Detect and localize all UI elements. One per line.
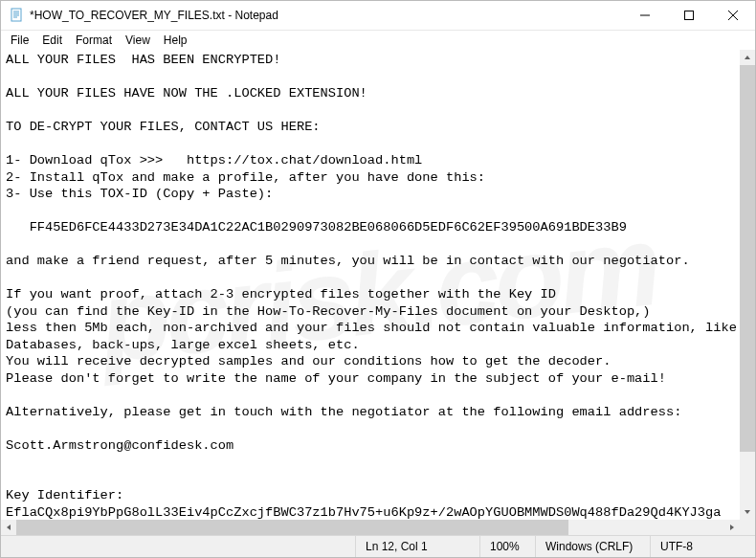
menubar: File Edit Format View Help [1, 31, 755, 50]
titlebar[interactable]: *HOW_TO_RECOVER_MY_FILES.txt - Notepad [1, 1, 755, 31]
scroll-thumb-horizontal[interactable] [16, 520, 568, 535]
scroll-down-arrow-icon[interactable] [740, 504, 755, 520]
vertical-scrollbar[interactable] [740, 50, 755, 520]
scroll-corner [740, 520, 755, 535]
menu-help[interactable]: Help [157, 33, 194, 48]
minimize-button[interactable] [623, 1, 667, 30]
scroll-thumb-vertical[interactable] [740, 65, 755, 452]
close-button[interactable] [711, 1, 755, 30]
statusbar: Ln 12, Col 1 100% Windows (CRLF) UTF-8 [1, 535, 755, 557]
horizontal-scrollbar[interactable] [1, 520, 740, 535]
status-lineending: Windows (CRLF) [535, 536, 650, 557]
menu-edit[interactable]: Edit [35, 33, 69, 48]
window-controls [623, 1, 755, 30]
content-area: ALL YOUR FILES HAS BEEN ENCRYPTED! ALL Y… [1, 50, 755, 535]
maximize-button[interactable] [667, 1, 711, 30]
status-encoding: UTF-8 [650, 536, 755, 557]
scroll-right-arrow-icon[interactable] [724, 520, 740, 535]
menu-view[interactable]: View [119, 33, 157, 48]
menu-file[interactable]: File [4, 33, 35, 48]
menu-format[interactable]: Format [69, 33, 119, 48]
scroll-left-arrow-icon[interactable] [1, 520, 16, 535]
scroll-track-vertical[interactable] [740, 65, 755, 504]
svg-rect-6 [685, 11, 694, 20]
scroll-up-arrow-icon[interactable] [740, 50, 755, 65]
notepad-icon [9, 8, 24, 23]
scroll-track-horizontal[interactable] [16, 520, 724, 535]
notepad-window: *HOW_TO_RECOVER_MY_FILES.txt - Notepad F… [0, 0, 756, 558]
text-editor[interactable]: ALL YOUR FILES HAS BEEN ENCRYPTED! ALL Y… [1, 50, 740, 520]
status-position: Ln 12, Col 1 [355, 536, 479, 557]
status-zoom: 100% [479, 536, 535, 557]
window-title: *HOW_TO_RECOVER_MY_FILES.txt - Notepad [30, 9, 623, 22]
